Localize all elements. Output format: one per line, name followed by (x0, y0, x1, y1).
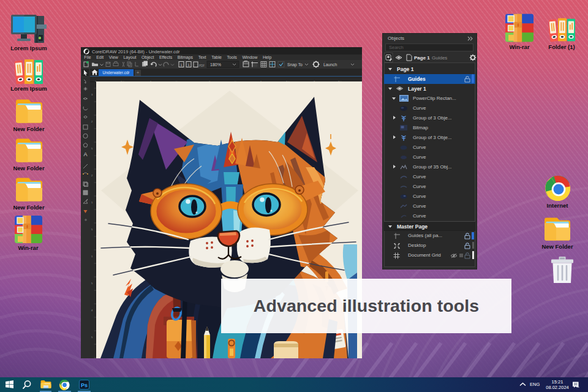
svg-text:1: 1 (91, 201, 93, 204)
svg-text:PDF: PDF (199, 64, 205, 67)
svg-text:5: 5 (91, 147, 93, 150)
svg-text:1: 1 (91, 255, 93, 258)
svg-text:A: A (83, 151, 87, 157)
svg-text:5: 5 (91, 282, 93, 285)
svg-text:Ps: Ps (81, 382, 88, 388)
svg-text:1: 1 (187, 63, 190, 67)
svg-text:4: 4 (91, 309, 93, 312)
svg-text:Page 1: Page 1 (414, 55, 430, 61)
svg-text:1: 1 (180, 63, 183, 67)
svg-text:180%: 180% (210, 62, 221, 67)
svg-text:5: 5 (91, 228, 93, 231)
svg-text:Guides: Guides (432, 55, 447, 61)
svg-text:Launch: Launch (323, 62, 337, 67)
svg-text:3: 3 (91, 93, 93, 96)
svg-text:2: 2 (91, 120, 93, 123)
svg-text:Snap To: Snap To (287, 62, 303, 67)
svg-text:5: 5 (91, 336, 93, 339)
svg-text:2: 2 (91, 174, 93, 177)
